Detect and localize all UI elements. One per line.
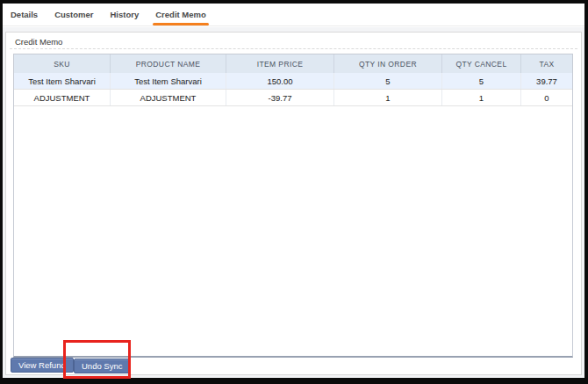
cell-sku: ADJUSTMENT: [14, 90, 111, 105]
tab-customer[interactable]: Customer: [54, 4, 93, 26]
cell-item-price: -39.77: [226, 90, 334, 105]
cell-tax: 39.77: [521, 73, 572, 89]
content-area: Credit Memo SKU PRODUCT NAME ITEM PRICE …: [3, 27, 584, 378]
tab-bar: Details Customer History Credit Memo: [3, 4, 584, 26]
cell-sku: Test Item Sharvari: [14, 73, 111, 89]
view-refund-button[interactable]: View Refund: [11, 358, 74, 373]
column-header-qty-cancel: QTY CANCEL: [442, 54, 521, 73]
column-header-tax: TAX: [521, 54, 572, 73]
cell-tax: 0: [521, 90, 572, 105]
tab-credit-memo[interactable]: Credit Memo: [155, 4, 206, 26]
undo-sync-button[interactable]: Undo Sync: [74, 359, 130, 373]
dashed-divider: [10, 48, 577, 49]
table-header-row: SKU PRODUCT NAME ITEM PRICE QTY IN ORDER…: [14, 54, 572, 73]
column-header-item-price: ITEM PRICE: [226, 54, 334, 73]
cell-qty-in-order: 1: [334, 90, 442, 105]
cell-qty-cancel: 1: [442, 90, 521, 105]
tab-history[interactable]: History: [111, 4, 140, 26]
app-window: Details Customer History Credit Memo Cre…: [3, 4, 584, 378]
cell-item-price: 150.00: [226, 73, 334, 89]
cell-qty-cancel: 5: [442, 73, 521, 89]
tab-details[interactable]: Details: [11, 4, 38, 26]
table-row[interactable]: Test Item Sharvari Test Item Sharvari 15…: [14, 73, 572, 90]
table-row[interactable]: ADJUSTMENT ADJUSTMENT -39.77 1 1 0: [14, 90, 572, 106]
credit-memo-panel: Credit Memo SKU PRODUCT NAME ITEM PRICE …: [5, 32, 582, 375]
column-header-product-name: PRODUCT NAME: [111, 54, 226, 73]
column-header-qty-in-order: QTY IN ORDER: [334, 54, 442, 73]
panel-title: Credit Memo: [15, 37, 62, 47]
column-header-sku: SKU: [14, 54, 111, 73]
cell-product-name: Test Item Sharvari: [111, 73, 226, 89]
cell-qty-in-order: 5: [334, 73, 442, 89]
cell-product-name: ADJUSTMENT: [111, 90, 226, 105]
credit-memo-table: SKU PRODUCT NAME ITEM PRICE QTY IN ORDER…: [13, 54, 573, 358]
